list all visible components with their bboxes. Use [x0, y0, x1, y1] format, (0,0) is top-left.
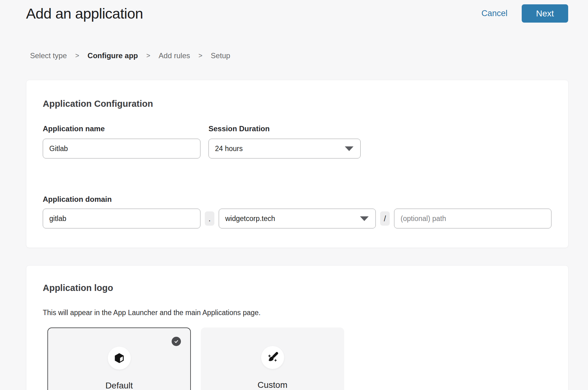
session-duration-field-group: Session Duration 24 hours [208, 124, 361, 158]
logo-option-tiles: Default Custom [47, 327, 552, 390]
domain-select[interactable]: widgetcorp.tech [219, 209, 376, 228]
custom-logo-circle [261, 346, 284, 369]
add-application-page: Add an application Cancel Next Select ty… [0, 0, 588, 390]
chevron-down-icon [345, 146, 353, 151]
header-actions: Cancel Next [481, 4, 568, 23]
application-logo-heading: Application logo [43, 283, 552, 293]
application-name-label: Application name [43, 124, 200, 133]
session-duration-label: Session Duration [208, 124, 361, 133]
logo-option-custom[interactable]: Custom [201, 327, 344, 390]
application-logo-card: Application logo This will appear in the… [26, 265, 568, 390]
session-duration-value: 24 hours [215, 145, 243, 153]
subdomain-input[interactable] [43, 209, 200, 228]
dot-separator: . [205, 211, 214, 226]
page-title: Add an application [26, 5, 143, 22]
name-session-row: Application name Session Duration 24 hou… [43, 124, 552, 158]
default-logo-circle [108, 347, 131, 370]
application-name-input[interactable] [43, 139, 200, 158]
application-name-field-group: Application name [43, 124, 200, 158]
session-duration-select[interactable]: 24 hours [208, 139, 361, 158]
path-input[interactable] [394, 209, 551, 228]
breadcrumb-step-setup[interactable]: Setup [211, 51, 230, 60]
breadcrumb-step-select-type[interactable]: Select type [30, 51, 67, 60]
application-domain-label: Application domain [43, 195, 552, 204]
breadcrumb-separator: > [75, 52, 79, 60]
application-configuration-card: Application Configuration Application na… [26, 80, 568, 248]
next-button[interactable]: Next [522, 4, 568, 23]
breadcrumb-separator: > [199, 52, 203, 60]
paintbrush-icon [266, 351, 279, 364]
cube-icon [113, 352, 125, 364]
logo-option-label: Custom [201, 380, 344, 390]
logo-option-label: Default [48, 381, 190, 390]
cancel-button[interactable]: Cancel [481, 9, 507, 18]
breadcrumb-separator: > [146, 52, 150, 60]
domain-select-value: widgetcorp.tech [225, 214, 275, 223]
selected-check-badge [172, 337, 181, 346]
slash-separator: / [380, 211, 390, 226]
logo-option-default[interactable]: Default [47, 327, 191, 390]
breadcrumb: Select type > Configure app > Add rules … [30, 51, 588, 60]
application-logo-description: This will appear in the App Launcher and… [43, 309, 552, 317]
checkmark-icon [173, 338, 179, 344]
page-header: Add an application Cancel Next [0, 0, 588, 23]
application-configuration-heading: Application Configuration [43, 99, 552, 109]
breadcrumb-step-add-rules[interactable]: Add rules [159, 51, 190, 60]
chevron-down-icon [360, 216, 369, 221]
breadcrumb-step-configure-app[interactable]: Configure app [88, 51, 138, 60]
application-domain-row: . widgetcorp.tech / [43, 209, 552, 228]
